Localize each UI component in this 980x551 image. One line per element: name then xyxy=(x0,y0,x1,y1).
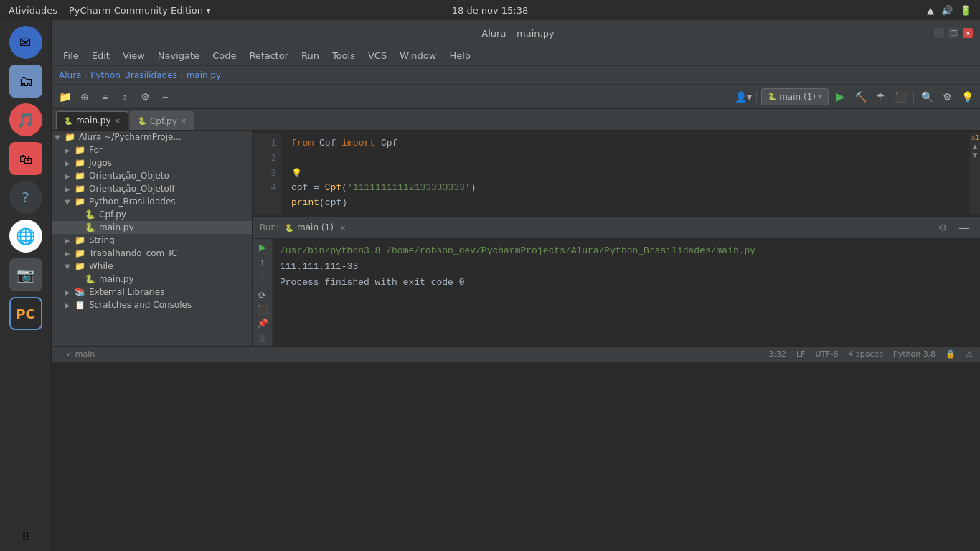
tab-main-py-label: main.py xyxy=(76,116,111,126)
minimize-button[interactable]: — xyxy=(934,28,944,38)
breadcrumb-mainpy[interactable]: main.py xyxy=(187,70,222,80)
dock-icon-files[interactable]: 🗂 xyxy=(9,65,42,98)
wifi-icon: ▲ xyxy=(927,5,934,16)
dock-icon-pycharm[interactable]: PC xyxy=(9,297,42,330)
settings-btn[interactable]: ⚙ xyxy=(938,88,956,105)
tree-trabalhando[interactable]: ▶ 📁 Trabalhando_com_IC xyxy=(52,247,252,260)
tree-jogos[interactable]: ▶ 📁 Jogos xyxy=(52,156,252,169)
run-button[interactable]: ▶ xyxy=(831,88,849,105)
tree-while-main-py[interactable]: 🐍 main.py xyxy=(52,273,252,286)
project-tree: ▼ 📁 Alura ~/PycharmProje... ▶ 📁 For ▶ 📁 … xyxy=(52,131,253,346)
search-everywhere-btn[interactable]: 🔍 xyxy=(918,88,936,105)
tree-scratches[interactable]: ▶ 📋 Scratches and Consoles xyxy=(52,298,252,311)
menu-navigate[interactable]: Navigate xyxy=(152,49,205,62)
code-editor[interactable]: 1 2 3 4 from Cpf import Cpf 💡 cpf = Cpf(… xyxy=(253,131,980,217)
tab-main-py[interactable]: 🐍 main.py ✕ xyxy=(56,111,128,130)
run-content: ▶ ↑ ↓ ⟳ ⬛ 📌 🗑 /usr/bin/python3.8 /home/r… xyxy=(253,239,980,346)
menu-tools[interactable]: Tools xyxy=(326,49,361,62)
run-config-dropdown[interactable]: 🐍 main (1) ▾ xyxy=(761,88,829,105)
tree-orientacao-label: Orientação_Objeto xyxy=(89,171,169,181)
activities-label[interactable]: Atividades xyxy=(9,5,57,16)
tab-main-py-close[interactable]: ✕ xyxy=(115,117,121,125)
breadcrumb-alura[interactable]: Alura xyxy=(59,70,81,80)
toolbar-minus-btn[interactable]: − xyxy=(156,88,174,105)
tab-main-py-icon: 🐍 xyxy=(64,117,72,125)
coverage-button[interactable]: ☂ xyxy=(872,88,889,105)
dock-icon-help[interactable]: ? xyxy=(9,181,42,214)
volume-icon: 🔊 xyxy=(941,5,953,16)
tab-cpf-py-close[interactable]: ✕ xyxy=(181,117,187,125)
breadcrumb-python-brasilidades[interactable]: Python_Brasilidades xyxy=(90,70,177,80)
tree-python-brasilidades[interactable]: ▼ 📁 Python_Brasilidades xyxy=(52,195,252,208)
status-indent[interactable]: 4 spaces xyxy=(849,349,884,359)
tree-jogos-label: Jogos xyxy=(89,158,112,168)
run-panel-header: Run: 🐍 main (1) ✕ ⚙ — xyxy=(253,217,980,239)
extra-btn[interactable]: 💡 xyxy=(958,88,976,105)
dock-icon-email[interactable]: ✉ xyxy=(9,26,42,59)
restore-button[interactable]: ❐ xyxy=(948,28,958,38)
dock-icon-screenshot[interactable]: 📷 xyxy=(9,258,42,291)
tree-scratches-label: Scratches and Consoles xyxy=(89,300,192,310)
menu-edit[interactable]: Edit xyxy=(86,49,116,62)
menu-refactor[interactable]: Refactor xyxy=(243,49,294,62)
menu-file[interactable]: File xyxy=(57,49,85,62)
menu-code[interactable]: Code xyxy=(207,49,242,62)
status-position[interactable]: 3:32 xyxy=(768,349,786,359)
tree-cpf-py[interactable]: 🐍 Cpf.py xyxy=(52,208,252,221)
pycharm-window: Alura – main.py — ❐ ✕ File Edit View Nav… xyxy=(52,20,980,551)
toolbar-project-btn[interactable]: 📁 xyxy=(56,88,73,105)
toolbar-settings-btn[interactable]: ⚙ xyxy=(136,88,154,105)
code-content[interactable]: from Cpf import Cpf 💡 cpf = Cpf('1111111… xyxy=(281,133,970,214)
run-stop-btn[interactable]: ⬛ xyxy=(255,304,270,315)
menu-bar: File Edit View Navigate Code Refactor Ru… xyxy=(52,46,980,66)
menu-vcs[interactable]: VCS xyxy=(362,49,392,62)
toolbar-btn4[interactable]: ↕ xyxy=(116,88,133,105)
run-clear-btn[interactable]: 🗑 xyxy=(255,332,270,343)
dock-icon-appstore[interactable]: 🛍 xyxy=(9,142,42,175)
status-encoding[interactable]: UTF-8 xyxy=(815,349,838,359)
toolbar-btn2[interactable]: ⊕ xyxy=(76,88,93,105)
run-scroll-up-btn[interactable]: ↑ xyxy=(255,255,270,266)
run-scroll-down-btn[interactable]: ↓ xyxy=(255,270,270,281)
tree-string[interactable]: ▶ 📁 String xyxy=(52,234,252,247)
run-tab-close[interactable]: ✕ xyxy=(340,224,346,232)
dock-icon-grid[interactable]: ⠿ xyxy=(22,530,30,544)
status-python-ver[interactable]: Python 3.8 xyxy=(893,349,936,359)
tree-external-libs[interactable]: ▶ 📚 External Libraries xyxy=(52,286,252,298)
run-config-label: main (1) xyxy=(779,92,816,102)
build-button[interactable]: 🔨 xyxy=(852,88,869,105)
main-area: ▼ 📁 Alura ~/PycharmProje... ▶ 📁 For ▶ 📁 … xyxy=(52,131,980,346)
root-folder-icon: 📁 xyxy=(65,132,76,142)
tree-main-py[interactable]: 🐍 main.py xyxy=(52,221,252,234)
tree-orientacao-objeto2[interactable]: ▶ 📁 Orientação_ObjetoII xyxy=(52,182,252,195)
close-button[interactable]: ✕ xyxy=(963,28,973,38)
run-play-btn[interactable]: ▶ xyxy=(255,242,270,253)
tab-cpf-py-label: Cpf.py xyxy=(150,116,177,126)
menu-run[interactable]: Run xyxy=(296,49,325,62)
menu-window[interactable]: Window xyxy=(394,49,442,62)
cpf-py-icon: 🐍 xyxy=(85,209,96,220)
dock-icon-rhythmbox[interactable]: 🎵 xyxy=(9,103,42,136)
run-panel-close-btn[interactable]: — xyxy=(956,219,973,236)
run-rerun-btn[interactable]: ⟳ xyxy=(255,290,270,301)
status-line-sep[interactable]: LF xyxy=(796,349,805,359)
dock-icon-chrome[interactable]: 🌐 xyxy=(9,220,42,253)
tree-root[interactable]: ▼ 📁 Alura ~/PycharmProje... xyxy=(52,131,252,143)
tree-while[interactable]: ▼ 📁 While xyxy=(52,260,252,273)
run-tab-main[interactable]: 🐍 main (1) ✕ xyxy=(285,222,346,232)
toolbar-profile-btn[interactable]: 👤▾ xyxy=(735,88,752,105)
toolbar-run-area: 👤▾ 🐍 main (1) ▾ ▶ 🔨 ☂ ⬛ 🔍 ⚙ 💡 xyxy=(735,88,976,105)
stop-button[interactable]: ⬛ xyxy=(892,88,909,105)
pycharm-taskbar-label[interactable]: PyCharm Community Edition ▾ xyxy=(69,5,211,16)
run-settings-btn[interactable]: ⚙ xyxy=(934,219,951,236)
jogos-folder-icon: 📁 xyxy=(75,158,86,168)
toolbar-btn3[interactable]: ≡ xyxy=(96,88,113,105)
tab-cpf-py[interactable]: 🐍 Cpf.py ✕ xyxy=(130,111,194,130)
tree-for[interactable]: ▶ 📁 For xyxy=(52,143,252,156)
external-libs-icon: 📚 xyxy=(75,287,86,297)
status-warn-icon: ⚠ xyxy=(966,349,973,359)
run-pin-btn[interactable]: 📌 xyxy=(255,318,270,329)
menu-help[interactable]: Help xyxy=(443,49,476,62)
tree-orientacao-objeto[interactable]: ▶ 📁 Orientação_Objeto xyxy=(52,169,252,182)
menu-view[interactable]: View xyxy=(117,49,151,62)
